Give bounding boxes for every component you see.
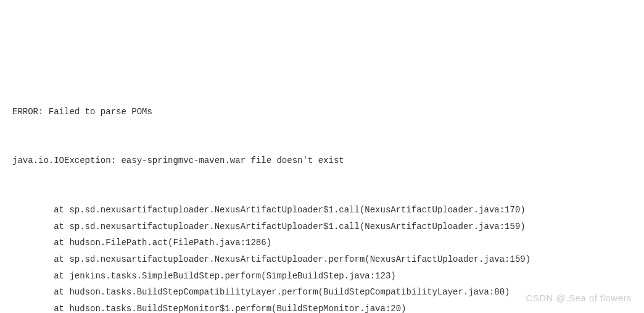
stack-trace-line: at hudson.FilePath.act(FilePath.java:128… (12, 235, 632, 251)
stack-trace-line: at hudson.tasks.BuildStepCompatibilityLa… (12, 284, 632, 301)
stack-trace-line: at jenkins.tasks.SimpleBuildStep.perform… (12, 268, 632, 285)
stack-trace-line: at sp.sd.nexusartifactuploader.NexusArti… (12, 251, 632, 268)
exception-line: java.io.IOException: easy-springmvc-mave… (12, 152, 632, 169)
stack-trace-line: at hudson.tasks.BuildStepMonitor$1.perfo… (12, 301, 632, 313)
error-header-line: ERROR: Failed to parse POMs (12, 104, 632, 120)
stack-trace: at sp.sd.nexusartifactuploader.NexusArti… (12, 202, 632, 313)
console-output: ERROR: Failed to parse POMs java.io.IOEx… (12, 70, 632, 313)
stack-trace-line: at sp.sd.nexusartifactuploader.NexusArti… (12, 202, 632, 219)
stack-trace-line: at sp.sd.nexusartifactuploader.NexusArti… (12, 219, 632, 235)
